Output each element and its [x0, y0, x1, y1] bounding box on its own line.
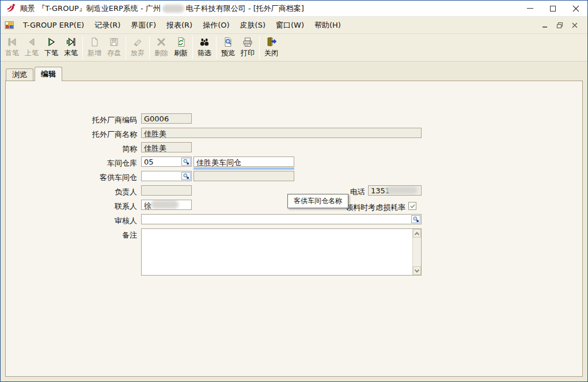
button-label: 末笔	[64, 48, 78, 58]
tab-edit[interactable]: 编辑	[35, 67, 62, 81]
window-maximize-button[interactable]	[541, 1, 564, 16]
menu-operation[interactable]: 操作(O)	[198, 17, 234, 33]
button-label: 预览	[221, 48, 235, 58]
edit-tab-page: 托外厂商编码 G0006 托外厂商名称 佳胜美 简称 佳胜美 车间仓库 05 佳…	[5, 81, 583, 377]
button-label: 下笔	[44, 48, 58, 58]
customer-warehouse-lookup-button[interactable]	[181, 172, 191, 180]
button-label: 筛选	[198, 48, 211, 58]
vendor-code-label: 托外厂商编码	[6, 115, 137, 125]
menu-report[interactable]: 报表(R)	[161, 17, 198, 33]
refresh-icon	[175, 36, 187, 48]
reviewer-lookup-button[interactable]	[411, 215, 420, 223]
magnifier-icon	[412, 216, 420, 223]
menu-interface[interactable]: 界面(F)	[126, 17, 161, 33]
mdi-close-button[interactable]	[571, 21, 579, 29]
remarks-textarea[interactable]	[141, 228, 422, 276]
scroll-down-button[interactable]	[413, 266, 421, 275]
preview-button[interactable]: 预览	[218, 35, 238, 60]
toolbar-separator	[126, 36, 126, 59]
app-logo-icon	[5, 3, 16, 14]
toolbar-separator	[259, 36, 260, 59]
scroll-up-button[interactable]	[413, 229, 421, 238]
loss-rate-checkbox[interactable]	[408, 202, 416, 210]
toolbar-separator	[82, 36, 83, 59]
delete-button: 删除	[151, 35, 171, 60]
close-form-button[interactable]: 关闭	[261, 35, 281, 60]
toolbar-separator	[192, 36, 193, 59]
redacted-contact	[151, 200, 179, 209]
menu-tgroup-erp[interactable]: T-GROUP ERP(E)	[18, 17, 89, 33]
delete-x-icon	[155, 36, 167, 48]
reviewer-label: 审核人	[6, 216, 137, 226]
redacted-company-name	[162, 5, 184, 13]
magnifier-icon	[183, 173, 190, 180]
button-label: 首笔	[5, 48, 19, 58]
minimize-icon	[527, 8, 533, 9]
person-in-charge-field[interactable]	[141, 185, 192, 196]
customer-warehouse-name-field[interactable]	[194, 171, 294, 181]
mdi-minimize-icon	[543, 26, 547, 28]
workshop-warehouse-lookup-button[interactable]	[181, 158, 191, 166]
tab-strip: 浏览 编辑	[6, 67, 63, 81]
phone-field[interactable]: 1351	[368, 185, 422, 196]
contact-field[interactable]: 徐	[141, 200, 192, 210]
customer-warehouse-name-tooltip: 客供车间仓名称	[287, 194, 348, 208]
toolbar-separator	[216, 36, 217, 59]
menubar: T-GROUP ERP(E) 记录(R) 界面(F) 报表(R) 操作(O) 皮…	[1, 17, 587, 34]
button-label: 刷新	[174, 48, 188, 58]
app-window: 顺景 『T-GROUP』制造业ERP系统 - 广州 电子科技有限公司 - [托外…	[0, 0, 588, 382]
button-label: 关闭	[264, 48, 278, 58]
titlebar: 顺景 『T-GROUP』制造业ERP系统 - 广州 电子科技有限公司 - [托外…	[1, 1, 587, 17]
mdi-window-controls	[541, 21, 579, 29]
contact-label: 联系人	[6, 201, 137, 212]
last-record-button[interactable]: 末笔	[61, 35, 81, 60]
exit-door-icon	[265, 36, 277, 48]
printer-icon	[242, 36, 253, 48]
nav-last-icon	[65, 36, 77, 48]
vendor-name-label: 托外厂商名称	[6, 129, 137, 140]
reviewer-field[interactable]	[141, 214, 422, 224]
mdi-minimize-button[interactable]	[541, 21, 549, 29]
menu-record[interactable]: 记录(R)	[89, 17, 126, 33]
binoculars-icon	[199, 36, 210, 48]
print-button[interactable]: 打印	[238, 35, 257, 60]
menu-help[interactable]: 帮助(H)	[309, 17, 346, 33]
workshop-warehouse-code-field[interactable]: 05	[141, 156, 192, 167]
print-preview-icon	[222, 36, 234, 48]
tab-browse[interactable]: 浏览	[6, 68, 33, 81]
short-name-field[interactable]: 佳胜美	[141, 142, 192, 152]
next-record-button[interactable]: 下笔	[41, 35, 61, 60]
first-record-button: 首笔	[2, 35, 22, 60]
nav-prev-icon	[26, 36, 37, 48]
menu-skin[interactable]: 皮肤(S)	[235, 17, 271, 33]
button-label: 打印	[241, 48, 255, 58]
toolbar: 首笔 上笔 下笔 末笔 新增 存盘 放弃 删除	[1, 34, 587, 62]
magnifier-icon	[183, 158, 190, 166]
menu-window[interactable]: 窗口(W)	[271, 17, 309, 33]
remarks-label: 备注	[6, 230, 137, 240]
short-name-label: 简称	[6, 144, 137, 154]
customer-warehouse-code-field[interactable]	[141, 171, 192, 181]
content-area: 浏览 编辑 托外厂商编码 G0006 托外厂商名称 佳胜美 简称 佳胜美 车间仓…	[2, 62, 586, 380]
save-button: 存盘	[104, 35, 124, 60]
prev-record-button: 上笔	[22, 35, 41, 60]
nav-first-icon	[6, 36, 18, 48]
button-label: 放弃	[131, 48, 145, 58]
chevron-down-icon	[415, 268, 419, 272]
remarks-scrollbar[interactable]	[412, 229, 421, 275]
save-floppy-icon	[108, 36, 120, 48]
window-close-button[interactable]	[564, 1, 587, 16]
contact-value: 徐	[144, 201, 151, 210]
workshop-warehouse-label: 车间仓库	[6, 158, 137, 169]
window-minimize-button[interactable]	[518, 1, 541, 16]
workshop-warehouse-name-field[interactable]: 佳胜美车间仓	[194, 156, 294, 167]
vendor-code-field[interactable]: G0006	[141, 113, 192, 124]
mdi-document-icon	[5, 20, 14, 30]
refresh-button[interactable]: 刷新	[171, 35, 191, 60]
vendor-name-field[interactable]: 佳胜美	[141, 128, 422, 138]
abandon-button: 放弃	[128, 35, 147, 60]
button-label: 删除	[154, 48, 168, 58]
filter-button[interactable]: 筛选	[195, 35, 214, 60]
close-icon	[572, 5, 579, 12]
mdi-restore-button[interactable]	[556, 21, 564, 29]
